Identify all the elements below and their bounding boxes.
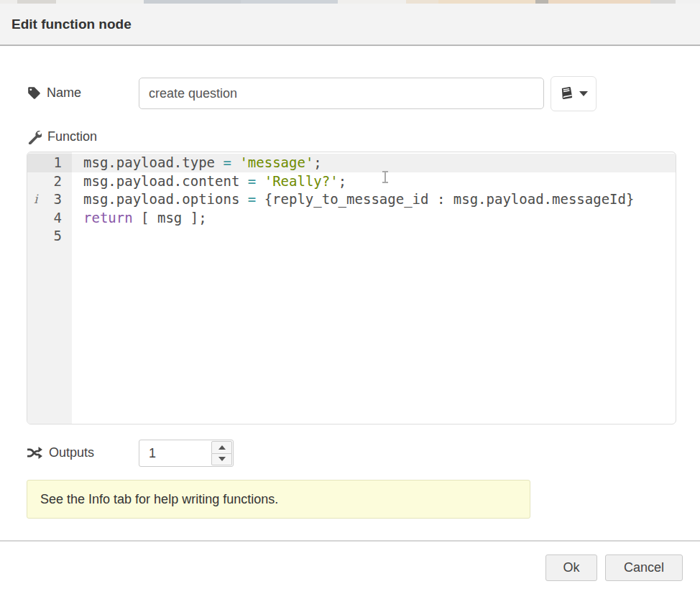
info-annotation-icon: i <box>34 190 37 209</box>
line-number: 1 <box>27 154 72 172</box>
outputs-input[interactable] <box>139 440 211 466</box>
code-line[interactable]: 1msg.payload.type = 'message'; <box>27 154 676 172</box>
form-tip-text: See the Info tab for help writing functi… <box>40 492 278 507</box>
code-line[interactable]: 4return [ msg ]; <box>27 209 676 228</box>
shuffle-icon <box>27 446 43 460</box>
code-line[interactable]: 3imsg.payload.options = {reply_to_messag… <box>27 190 676 209</box>
code-line[interactable]: 5 <box>27 227 676 246</box>
library-button[interactable] <box>551 76 597 111</box>
code-line[interactable]: 2msg.payload.content = 'Really?'; <box>27 172 676 191</box>
triangle-down-icon <box>218 457 226 461</box>
caret-down-icon <box>579 91 588 96</box>
function-code-editor[interactable]: 1msg.payload.type = 'message';2msg.paylo… <box>27 152 676 424</box>
spinner-up-button[interactable] <box>211 441 232 454</box>
footer-divider <box>0 540 700 542</box>
line-number: 2 <box>27 172 72 191</box>
text-cursor-ibeam <box>382 170 389 184</box>
function-label: Function <box>47 129 97 144</box>
dialog-title: Edit function node <box>11 17 132 32</box>
line-number: 4 <box>27 209 72 228</box>
editor-code-rows: 1msg.payload.type = 'message';2msg.paylo… <box>27 154 676 246</box>
cancel-button[interactable]: Cancel <box>605 554 683 581</box>
form-tip: See the Info tab for help writing functi… <box>27 480 530 519</box>
code-text: msg.payload.type = 'message'; <box>72 154 322 172</box>
wrench-icon <box>27 130 42 144</box>
function-label-row: Function <box>27 129 97 144</box>
tag-icon <box>27 86 41 100</box>
line-number: 5 <box>27 227 72 246</box>
spinner-down-button[interactable] <box>211 454 232 466</box>
name-input[interactable] <box>139 78 544 109</box>
line-number: 3i <box>27 190 72 209</box>
name-label: Name <box>47 85 81 101</box>
edit-function-node-dialog: Edit function node Name <box>0 0 700 594</box>
code-text <box>72 227 83 246</box>
ok-button[interactable]: Ok <box>545 554 597 581</box>
code-text: return [ msg ]; <box>72 209 207 228</box>
book-icon <box>560 85 574 103</box>
code-text: msg.payload.content = 'Really?'; <box>72 172 346 191</box>
outputs-spinner <box>139 440 234 467</box>
name-label-row: Name <box>27 85 81 101</box>
code-text: msg.payload.options = {reply_to_message_… <box>72 190 634 209</box>
triangle-up-icon <box>218 445 226 450</box>
outputs-label-row: Outputs <box>27 445 94 460</box>
outputs-label: Outputs <box>49 445 94 460</box>
dialog-header: Edit function node <box>0 4 700 46</box>
